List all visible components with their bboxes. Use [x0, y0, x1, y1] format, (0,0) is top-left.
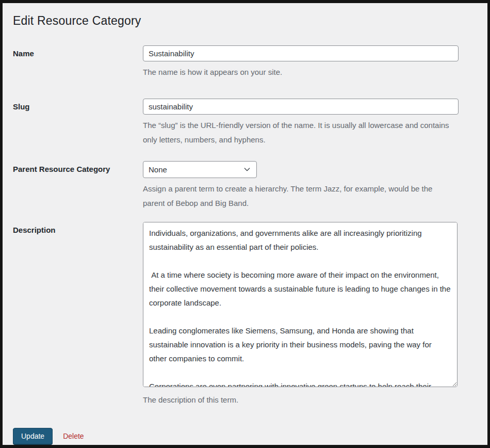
parent-category-select-wrap: None [143, 161, 257, 178]
form-row-name: Name The name is how it appears on your … [13, 45, 476, 79]
form-actions: Update Delete [13, 428, 476, 444]
slug-label: Slug [13, 99, 143, 111]
description-textarea[interactable]: Individuals, organizations, and governme… [143, 222, 458, 387]
parent-field-column: None Assign a parent term to create a hi… [143, 161, 459, 211]
parent-category-help-text: Assign a parent term to create a hierarc… [143, 182, 452, 211]
name-label: Name [13, 45, 143, 58]
edit-term-page: Edit Resource Category Name The name is … [3, 3, 487, 444]
parent-category-select[interactable]: None [143, 161, 257, 178]
slug-input[interactable] [143, 99, 459, 115]
form-row-parent-category: Parent Resource Category None Assign a p… [13, 161, 476, 211]
form-row-description: Description Individuals, organizations, … [13, 222, 476, 407]
page-title: Edit Resource Category [13, 10, 476, 31]
description-field-column: Individuals, organizations, and governme… [143, 222, 459, 407]
description-help-text: The description of this term. [143, 393, 452, 407]
name-input[interactable] [143, 45, 459, 61]
name-help-text: The name is how it appears on your site. [143, 65, 452, 79]
form-row-slug: Slug The “slug” is the URL-friendly vers… [13, 99, 476, 147]
update-button[interactable]: Update [13, 428, 53, 444]
slug-field-column: The “slug” is the URL-friendly version o… [143, 99, 459, 147]
description-label: Description [13, 222, 143, 234]
edit-category-form: Name The name is how it appears on your … [13, 45, 476, 444]
window-frame: Edit Resource Category Name The name is … [0, 0, 490, 448]
slug-help-text: The “slug” is the URL-friendly version o… [143, 118, 452, 147]
parent-category-label: Parent Resource Category [13, 161, 143, 173]
name-field-column: The name is how it appears on your site. [143, 45, 459, 79]
delete-link[interactable]: Delete [63, 432, 84, 440]
